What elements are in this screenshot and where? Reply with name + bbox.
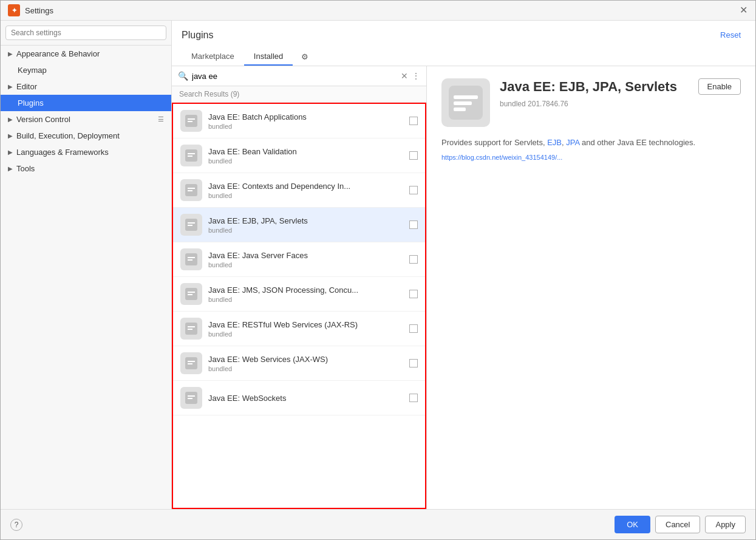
tab-marketplace[interactable]: Marketplace <box>182 48 244 66</box>
description-suffix: and other Java EE technologies. <box>579 138 695 147</box>
plugin-item-restful[interactable]: Java EE: RESTful Web Services (JAX-RS) b… <box>173 312 425 346</box>
jpa-link[interactable]: JPA <box>566 138 579 147</box>
title-bar: ✦ Settings ✕ <box>1 1 755 21</box>
sidebar-item-keymap[interactable]: Keymap <box>1 62 171 78</box>
sidebar-search-area <box>1 21 171 46</box>
svg-rect-26 <box>188 398 192 399</box>
plugin-item-websockets[interactable]: Java EE: WebSockets <box>173 381 425 415</box>
svg-rect-17 <box>188 294 192 295</box>
plugin-icon-jms <box>180 283 202 305</box>
plugin-checkbox-batch[interactable] <box>409 117 418 125</box>
plugin-checkbox-jms[interactable] <box>409 290 418 298</box>
plugin-checkbox-webservices[interactable] <box>409 359 418 367</box>
svg-rect-30 <box>454 108 466 111</box>
plugin-list-panel: 🔍 ✕ ⋮ Search Results (9) J <box>172 66 427 509</box>
svg-rect-20 <box>188 329 192 330</box>
plugin-item-ejb-jpa[interactable]: Java EE: EJB, JPA, Servlets bundled <box>173 208 425 242</box>
plugin-name: Java EE: Batch Applications <box>208 112 403 121</box>
plugin-search-bar: 🔍 ✕ ⋮ <box>172 66 426 86</box>
ejb-link[interactable]: EJB <box>547 138 562 147</box>
svg-rect-4 <box>188 153 195 154</box>
plugin-checkbox-bean[interactable] <box>409 151 418 160</box>
plugin-info-ejb: Java EE: EJB, JPA, Servlets bundled <box>208 216 403 234</box>
sidebar-search-input[interactable] <box>5 26 166 40</box>
sidebar-item-label: Build, Execution, Deployment <box>16 131 164 140</box>
svg-rect-11 <box>188 225 192 226</box>
sidebar: ▶ Appearance & Behavior Keymap ▶ Editor … <box>1 21 172 509</box>
plugin-info-contexts: Java EE: Contexts and Dependency In... b… <box>208 182 403 199</box>
search-menu-icon[interactable]: ⋮ <box>412 71 420 81</box>
sidebar-item-label: Editor <box>16 82 164 91</box>
plugins-title-row: Plugins Reset <box>182 27 746 43</box>
plugin-list: Java EE: Batch Applications bundled J <box>172 103 426 509</box>
svg-rect-28 <box>454 95 478 99</box>
plugin-source: bundled <box>208 261 403 268</box>
sidebar-item-version-control[interactable]: ▶ Version Control ☰ <box>1 111 171 128</box>
svg-rect-29 <box>454 101 472 105</box>
plugin-search-input[interactable] <box>192 72 397 81</box>
detail-header: Java EE: EJB, JPA, Servlets Enable bundl… <box>441 78 741 127</box>
description-text: Provides support for Servlets, <box>441 138 547 147</box>
settings-gear-icon[interactable]: ⚙ <box>295 49 315 65</box>
sidebar-item-plugins[interactable]: Plugins <box>1 95 171 111</box>
sidebar-item-label: Languages & Frameworks <box>16 148 164 157</box>
sidebar-item-appearance[interactable]: ▶ Appearance & Behavior <box>1 46 171 62</box>
arrow-icon: ▶ <box>8 116 13 123</box>
plugin-name: Java EE: RESTful Web Services (JAX-RS) <box>208 320 403 329</box>
footer: ? OK Cancel Apply <box>1 509 755 539</box>
sidebar-item-editor[interactable]: ▶ Editor <box>1 78 171 95</box>
sidebar-item-label: Tools <box>16 164 164 173</box>
svg-rect-22 <box>188 361 195 362</box>
version-control-badge: ☰ <box>158 115 164 123</box>
plugin-name: Java EE: Bean Validation <box>208 147 403 156</box>
sidebar-item-label: Appearance & Behavior <box>16 49 164 58</box>
sidebar-item-languages[interactable]: ▶ Languages & Frameworks <box>1 144 171 160</box>
app-icon: ✦ <box>8 4 20 16</box>
plugin-info-webservices: Java EE: Web Services (JAX-WS) bundled <box>208 355 403 372</box>
arrow-icon: ▶ <box>8 132 13 139</box>
plugin-item-webservices[interactable]: Java EE: Web Services (JAX-WS) bundled <box>173 346 425 381</box>
reset-link[interactable]: Reset <box>715 27 746 43</box>
plugin-checkbox-ejb[interactable] <box>409 220 418 229</box>
svg-rect-1 <box>188 118 195 120</box>
plugin-item-jsf[interactable]: Java EE: Java Server Faces bundled <box>173 242 425 277</box>
plugin-name: Java EE: JMS, JSON Processing, Concu... <box>208 285 403 295</box>
plugin-checkbox-contexts[interactable] <box>409 186 418 194</box>
close-button[interactable]: ✕ <box>738 5 748 15</box>
detail-description: Provides support for Servlets, EJB, JPA … <box>441 137 741 149</box>
tab-installed[interactable]: Installed <box>244 48 293 66</box>
enable-button[interactable]: Enable <box>698 78 741 95</box>
sidebar-item-build[interactable]: ▶ Build, Execution, Deployment <box>1 128 171 144</box>
plugin-checkbox-websockets[interactable] <box>409 394 418 402</box>
detail-url[interactable]: https://blog.csdn.net/weixin_43154149/..… <box>441 154 741 161</box>
ok-button[interactable]: OK <box>615 516 650 533</box>
sidebar-item-label: Version Control <box>16 115 154 124</box>
plugins-header: Plugins Reset Marketplace Installed ⚙ <box>172 21 755 66</box>
svg-rect-14 <box>188 259 192 261</box>
plugins-tabs: Marketplace Installed ⚙ <box>182 48 746 66</box>
plugin-source: bundled <box>208 365 403 372</box>
svg-rect-2 <box>188 121 192 122</box>
cancel-button[interactable]: Cancel <box>655 516 700 533</box>
detail-plugin-icon <box>441 78 490 127</box>
main-content: ▶ Appearance & Behavior Keymap ▶ Editor … <box>1 21 755 509</box>
plugin-icon-ejb <box>180 214 202 236</box>
plugin-checkbox-restful[interactable] <box>409 324 418 333</box>
footer-buttons: OK Cancel Apply <box>615 516 746 533</box>
plugin-info-websockets: Java EE: WebSockets <box>208 394 403 403</box>
plugin-icon-jsf <box>180 248 202 270</box>
svg-rect-23 <box>188 363 192 364</box>
plugin-info-restful: Java EE: RESTful Web Services (JAX-RS) b… <box>208 320 403 338</box>
apply-button[interactable]: Apply <box>705 516 746 533</box>
plugin-info-jsf: Java EE: Java Server Faces bundled <box>208 251 403 268</box>
plugin-checkbox-jsf[interactable] <box>409 255 418 264</box>
plugins-body: 🔍 ✕ ⋮ Search Results (9) J <box>172 66 755 509</box>
search-clear-icon[interactable]: ✕ <box>401 71 408 81</box>
sidebar-items: ▶ Appearance & Behavior Keymap ▶ Editor … <box>1 46 171 509</box>
help-button[interactable]: ? <box>10 519 22 531</box>
plugin-item-bean-validation[interactable]: Java EE: Bean Validation bundled <box>173 138 425 173</box>
plugin-item-jms[interactable]: Java EE: JMS, JSON Processing, Concu... … <box>173 277 425 312</box>
sidebar-item-tools[interactable]: ▶ Tools <box>1 160 171 177</box>
plugin-item-batch[interactable]: Java EE: Batch Applications bundled <box>173 104 425 138</box>
plugin-item-contexts[interactable]: Java EE: Contexts and Dependency In... b… <box>173 173 425 208</box>
